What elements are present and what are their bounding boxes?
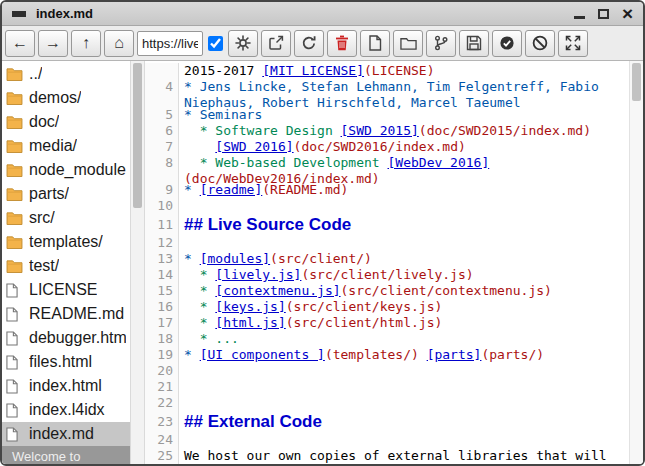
sidebar-item-label: src/ xyxy=(29,209,55,227)
line-number: 13 xyxy=(145,251,179,267)
sidebar-item-[interactable]: ../ xyxy=(2,62,130,86)
sidebar-item-node-modules[interactable]: node_modules/ xyxy=(2,158,130,182)
file-icon xyxy=(6,355,23,370)
code-token: (LICENSE) xyxy=(364,63,434,79)
code-line: 13* [modules](src/client/) xyxy=(145,251,629,267)
toolbar-checkbox[interactable] xyxy=(208,36,223,51)
sidebar-item-label: files.html xyxy=(29,353,92,371)
close-button[interactable]: × xyxy=(622,7,633,21)
code-line-text: ## External Code xyxy=(179,411,629,432)
sidebar-item-demos[interactable]: demos/ xyxy=(2,86,130,110)
scrollbar-thumb[interactable] xyxy=(632,63,641,101)
sidebar-scrollbar[interactable] xyxy=(130,61,145,464)
code-token: * Jens Lincke, Stefan Lehmann, Tim Felge… xyxy=(184,79,607,110)
code-token: * xyxy=(184,251,200,266)
line-number: 18 xyxy=(145,331,179,347)
md-link[interactable]: [modules] xyxy=(200,251,270,266)
accept-button[interactable] xyxy=(492,30,522,57)
code-line: 4* Jens Lincke, Stefan Lehmann, Tim Felg… xyxy=(145,79,629,107)
minimize-button[interactable] xyxy=(574,8,585,19)
md-link[interactable]: [SWD 2015] xyxy=(341,123,419,138)
md-link[interactable]: [keys.js] xyxy=(215,299,285,314)
line-number: 15 xyxy=(145,283,179,299)
line-number xyxy=(145,63,179,79)
md-link[interactable]: [readme] xyxy=(200,182,263,197)
sidebar-item-media[interactable]: media/ xyxy=(2,134,130,158)
sidebar-item-test[interactable]: test/ xyxy=(2,254,130,278)
forward-button[interactable]: → xyxy=(38,30,68,57)
code-token: ## Live Source Code xyxy=(184,215,351,234)
fullscreen-button[interactable] xyxy=(558,30,588,57)
editor-scrollbar[interactable] xyxy=(629,61,643,464)
sidebar-item-templates[interactable]: templates/ xyxy=(2,230,130,254)
sidebar-item-files-html[interactable]: files.html xyxy=(2,350,130,374)
sidebar-item-label: media/ xyxy=(29,137,77,155)
code-token: (doc/SWD2015/index.md) xyxy=(419,123,591,139)
md-link[interactable]: [SWD 2016] xyxy=(215,139,293,154)
line-number: 11 xyxy=(145,214,179,235)
save-button[interactable] xyxy=(459,30,489,57)
code-line-text: * ... xyxy=(179,331,629,347)
markdown-editor: 2015-2017 [MIT LICENSE](LICENSE)4* Jens … xyxy=(145,61,643,464)
md-link[interactable]: [UI components ] xyxy=(200,347,325,362)
code-line: 2015-2017 [MIT LICENSE](LICENSE) xyxy=(145,63,629,79)
delete-button[interactable] xyxy=(327,30,357,57)
home-button[interactable]: ⌂ xyxy=(104,30,134,57)
cancel-button[interactable] xyxy=(525,30,555,57)
open-external-button[interactable] xyxy=(261,30,291,57)
sidebar-item-parts[interactable]: parts/ xyxy=(2,182,130,206)
new-folder-button[interactable] xyxy=(393,30,423,57)
scrollbar-thumb[interactable] xyxy=(133,63,142,208)
new-file-button[interactable] xyxy=(360,30,390,57)
code-area[interactable]: 2015-2017 [MIT LICENSE](LICENSE)4* Jens … xyxy=(145,61,629,464)
sidebar-item-readme-md[interactable]: README.md xyxy=(2,302,130,326)
settings-button[interactable] xyxy=(228,30,258,57)
code-token: * xyxy=(184,347,200,362)
code-line-text xyxy=(179,235,629,251)
sidebar-item-label: index.l4idx xyxy=(29,401,105,419)
code-token: (parts/) xyxy=(481,347,544,363)
refresh-button[interactable] xyxy=(294,30,324,57)
sidebar-item-label: LICENSE xyxy=(29,281,97,299)
file-icon xyxy=(6,427,23,442)
up-button[interactable]: ↑ xyxy=(71,30,101,57)
code-line-text: * [UI components ](templates/) [parts](p… xyxy=(179,347,629,363)
minimize-icon xyxy=(574,16,585,19)
code-line-text: * [html.js](src/client/html.js) xyxy=(179,315,629,331)
refresh-icon xyxy=(301,35,317,51)
sidebar-item-index-html[interactable]: index.html xyxy=(2,374,130,398)
md-link[interactable]: [html.js] xyxy=(215,315,285,330)
git-branch-button[interactable] xyxy=(426,30,456,57)
md-link[interactable]: [parts] xyxy=(427,347,482,362)
sidebar-item-index-md[interactable]: index.md xyxy=(2,422,130,446)
md-link[interactable]: [lively.js] xyxy=(215,267,301,282)
folder-icon xyxy=(6,235,23,249)
line-number: 14 xyxy=(145,267,179,283)
code-line: 8 * Web-based Development [WebDev 2016](… xyxy=(145,155,629,183)
address-input[interactable] xyxy=(137,31,203,56)
code-line-text: [SWD 2016](doc/SWD2016/index.md) xyxy=(179,139,629,155)
sidebar-item-debugger-html[interactable]: debugger.html xyxy=(2,326,130,350)
sidebar-item-license[interactable]: LICENSE xyxy=(2,278,130,302)
md-link[interactable]: [MIT LICENSE] xyxy=(262,63,364,78)
md-link[interactable]: [WebDev 2016] xyxy=(388,155,490,170)
back-arrow-icon: ← xyxy=(12,34,28,52)
maximize-icon xyxy=(598,9,609,19)
line-number: 9 xyxy=(145,182,179,198)
code-line-text: * [readme](README.md) xyxy=(179,182,629,198)
sidebar-item-src[interactable]: src/ xyxy=(2,206,130,230)
menu-button[interactable] xyxy=(12,11,26,17)
toolbar: ← → ↑ ⌂ xyxy=(2,26,643,61)
back-button[interactable]: ← xyxy=(5,30,35,57)
new-file-icon xyxy=(368,35,382,51)
code-line: 6 * Software Design [SWD 2015](doc/SWD20… xyxy=(145,123,629,139)
md-link[interactable]: [contextmenu.js] xyxy=(215,283,340,298)
check-circle-icon xyxy=(499,35,515,51)
sidebar-item-doc[interactable]: doc/ xyxy=(2,110,130,134)
sidebar-item-index-l4idx[interactable]: index.l4idx xyxy=(2,398,130,422)
line-number: 25 xyxy=(145,448,179,464)
maximize-button[interactable] xyxy=(598,9,609,19)
code-line: 16 * [keys.js](src/client/keys.js) xyxy=(145,299,629,315)
line-number: 19 xyxy=(145,347,179,363)
code-line: 10 xyxy=(145,198,629,214)
